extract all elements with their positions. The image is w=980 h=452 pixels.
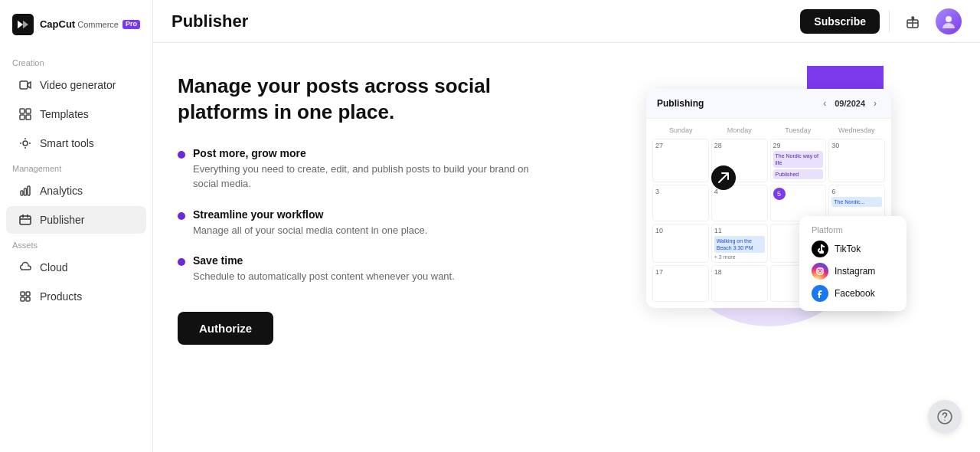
subscribe-button[interactable]: Subscribe xyxy=(800,9,880,34)
feature-item-1: Streamline your workflow Manage all of y… xyxy=(178,208,551,238)
cal-num-28: 28 xyxy=(714,142,765,149)
cal-cell-10[interactable]: 10 xyxy=(652,224,709,263)
main-heading: Manage your posts across social platform… xyxy=(178,74,551,126)
logo-commerce: Commerce xyxy=(77,20,119,29)
app-name: CapCut Commerce Pro xyxy=(40,19,140,30)
calendar-prev-button[interactable]: ‹ xyxy=(819,97,830,110)
feature-title-1: Streamline your workflow xyxy=(193,208,551,221)
cal-num-17: 17 xyxy=(655,268,706,276)
video-icon xyxy=(18,78,32,92)
smart-tools-icon xyxy=(18,136,32,150)
publisher-icon xyxy=(18,213,32,227)
cal-cell-29[interactable]: 29 The Nordic way of life Published xyxy=(770,139,827,182)
feature-desc-0: Everything you need to create, edit, and… xyxy=(193,162,551,192)
feature-title-0: Post more, grow more xyxy=(193,147,551,159)
cal-cell-18[interactable]: 18 xyxy=(711,265,768,302)
day-label-wed: Wednesday xyxy=(828,125,886,136)
tiktok-label: TikTok xyxy=(835,244,861,254)
calendar-month: 09/2024 xyxy=(835,99,865,108)
cal-cell-4[interactable]: 4 xyxy=(711,185,768,221)
platform-popup-title: Platform xyxy=(812,225,894,234)
svg-point-30 xyxy=(944,420,946,421)
svg-rect-2 xyxy=(20,109,24,113)
calendar-title: Publishing xyxy=(657,98,815,109)
calendar-header: Publishing ‹ 09/2024 › xyxy=(646,89,891,119)
day-label-tue: Tuesday xyxy=(769,125,827,136)
sidebar-item-publisher[interactable]: Publisher xyxy=(6,206,146,234)
day-label-mon: Monday xyxy=(711,125,769,136)
feature-desc-2: Schedule to automatically post content w… xyxy=(193,269,551,284)
avatar[interactable] xyxy=(936,8,962,34)
feature-text-0: Post more, grow more Everything you need… xyxy=(193,147,551,192)
help-button[interactable] xyxy=(928,400,962,434)
management-section-label: Management xyxy=(0,158,152,176)
calendar-next-button[interactable]: › xyxy=(870,97,880,110)
content-area: Manage your posts across social platform… xyxy=(153,43,980,452)
platform-item-tiktok[interactable]: TikTok xyxy=(812,241,894,257)
feature-desc-1: Manage all of your social media content … xyxy=(193,223,551,238)
feature-item-0: Post more, grow more Everything you need… xyxy=(178,147,551,192)
analytics-icon xyxy=(18,184,32,198)
feature-list: Post more, grow more Everything you need… xyxy=(178,147,551,284)
left-panel: Manage your posts across social platform… xyxy=(178,74,551,421)
feature-dot-0 xyxy=(178,151,185,159)
feature-text-1: Streamline your workflow Manage all of y… xyxy=(193,208,551,238)
main-panel: Publisher Subscribe xyxy=(153,0,980,452)
cal-event-nordic-2: The Nordic... xyxy=(831,197,882,207)
cal-cell-17[interactable]: 17 xyxy=(652,265,709,302)
svg-rect-19 xyxy=(26,292,30,296)
header-divider xyxy=(889,11,890,32)
app-logo: CapCut Commerce Pro xyxy=(0,12,152,52)
sidebar-item-label-cloud: Cloud xyxy=(40,261,68,273)
cal-cell-30[interactable]: 30 xyxy=(828,139,885,182)
help-icon xyxy=(937,409,952,424)
creation-section-label: Creation xyxy=(0,52,152,70)
cal-num-29: 29 xyxy=(773,142,824,149)
sidebar-item-label-smart-tools: Smart tools xyxy=(40,137,94,149)
sidebar-item-templates[interactable]: Templates xyxy=(6,100,146,128)
sidebar: CapCut Commerce Pro Creation Video gener… xyxy=(0,0,153,452)
platform-item-facebook[interactable]: Facebook xyxy=(812,285,894,302)
header: Publisher Subscribe xyxy=(153,0,980,43)
sidebar-item-label-products: Products xyxy=(40,290,82,303)
gift-icon xyxy=(905,14,920,29)
sidebar-item-label-video: Video generator xyxy=(40,79,116,91)
sidebar-item-smart-tools[interactable]: Smart tools xyxy=(6,129,146,157)
products-icon xyxy=(18,290,32,303)
pro-badge: Pro xyxy=(122,20,140,29)
instagram-icon xyxy=(812,263,828,280)
cal-more-events: + 3 more xyxy=(714,254,765,260)
sidebar-item-products[interactable]: Products xyxy=(6,283,146,310)
gift-button[interactable] xyxy=(899,8,926,35)
cal-num-3: 3 xyxy=(655,188,706,195)
platform-popup: Platform TikTok xyxy=(799,216,906,311)
cal-event-beach: Walking on the Beach 3:30 PM xyxy=(714,236,765,253)
capcut-logo-icon xyxy=(12,12,34,37)
sidebar-item-cloud[interactable]: Cloud xyxy=(6,254,146,281)
platform-item-instagram[interactable]: Instagram xyxy=(812,263,894,280)
svg-rect-21 xyxy=(26,297,30,301)
cal-cell-11[interactable]: 11 Walking on the Beach 3:30 PM + 3 more xyxy=(711,224,768,263)
tiktok-icon xyxy=(812,241,828,257)
cal-num-18: 18 xyxy=(714,268,765,276)
svg-rect-5 xyxy=(26,115,31,120)
page-title: Publisher xyxy=(172,11,248,31)
svg-rect-11 xyxy=(21,191,23,195)
cal-event-published: Published xyxy=(773,169,824,179)
avatar-icon xyxy=(940,13,957,30)
instagram-label: Instagram xyxy=(835,266,875,277)
cal-cell-3[interactable]: 3 xyxy=(652,185,709,221)
cal-cell-27[interactable]: 27 xyxy=(652,139,709,182)
authorize-button[interactable]: Authorize xyxy=(178,312,273,345)
svg-rect-14 xyxy=(20,216,31,224)
sidebar-item-video-generator[interactable]: Video generator xyxy=(6,71,146,99)
cal-num-10: 10 xyxy=(655,227,706,234)
template-icon xyxy=(18,107,32,121)
svg-point-27 xyxy=(818,270,822,273)
svg-rect-12 xyxy=(24,188,27,195)
facebook-icon xyxy=(812,285,828,302)
cloud-icon xyxy=(18,260,32,274)
sidebar-item-analytics[interactable]: Analytics xyxy=(6,177,146,205)
cal-num-30: 30 xyxy=(831,142,882,149)
cal-event-nordic: The Nordic way of life xyxy=(773,151,824,168)
